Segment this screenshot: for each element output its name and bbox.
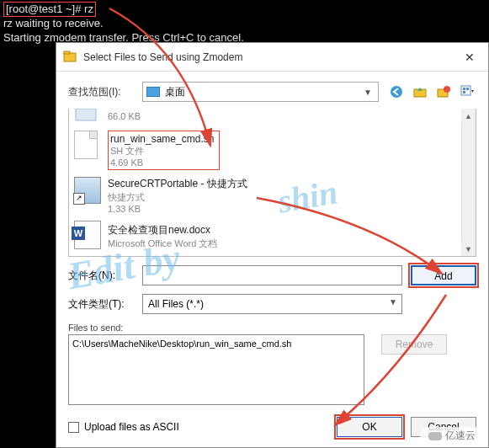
back-button[interactable] (387, 83, 406, 101)
filetype-label: 文件类型(T): (68, 297, 142, 312)
list-item[interactable]: run_win_same_cmd.sh SH 文件 4.69 KB (69, 127, 476, 173)
list-item[interactable]: SecureCRTPortable - 快捷方式 快捷方式 1.33 KB (69, 173, 476, 217)
lookin-dropdown[interactable]: 桌面 ▼ (142, 82, 379, 102)
new-folder-button[interactable] (434, 83, 453, 101)
file-name: 安全检查项目new.docx (108, 223, 217, 237)
chevron-down-icon: ▼ (386, 297, 400, 311)
svg-point-5 (444, 86, 450, 93)
word-doc-icon (74, 221, 101, 253)
add-button[interactable]: Add (411, 265, 476, 285)
file-name: SecureCRTPortable - 快捷方式 (108, 177, 247, 191)
upload-ascii-label: Upload files as ASCII (84, 421, 179, 433)
file-type: SH 文件 (110, 145, 214, 157)
lookin-label: 查找范围(I): (68, 85, 142, 99)
files-to-send-listbox[interactable]: C:\Users\MacheNike\Desktop\run_win_same_… (68, 334, 364, 405)
scroll-down-button[interactable]: ▼ (461, 242, 476, 256)
svg-point-2 (391, 86, 402, 98)
desktop-icon (146, 87, 160, 97)
file-type: Microsoft Office Word 文档 (108, 237, 217, 250)
remove-button[interactable]: Remove (381, 334, 447, 355)
filetype-dropdown[interactable]: All Files (*.*) ▼ (142, 294, 402, 314)
file-size: 4.69 KB (110, 157, 214, 168)
file-list[interactable]: 66.0 KB run_win_same_cmd.sh SH 文件 4.69 K… (68, 109, 476, 257)
svg-rect-8 (466, 88, 469, 90)
file-icon (74, 109, 101, 124)
source-logo: 亿速云 (420, 427, 484, 445)
file-icon (74, 131, 101, 163)
terminal-prompt: [root@test1 ~]# rz (3, 2, 96, 17)
svg-rect-6 (461, 86, 470, 95)
file-type: 快捷方式 (108, 191, 247, 204)
shortcut-icon (74, 177, 101, 209)
file-name: run_win_same_cmd.sh (110, 133, 214, 145)
svg-rect-7 (463, 88, 465, 90)
svg-rect-10 (76, 109, 96, 120)
filename-label: 文件名(N): (68, 269, 142, 283)
close-button[interactable]: ✕ (458, 48, 481, 67)
scrollbar[interactable] (461, 109, 476, 256)
chevron-down-icon: ▼ (361, 88, 375, 97)
ok-button[interactable]: OK (337, 417, 402, 437)
list-item[interactable]: 安全检查项目new.docx Microsoft Office Word 文档 (69, 217, 476, 256)
dialog-title: Select Files to Send using Zmodem (83, 51, 458, 63)
files-to-send-label: Files to send: (68, 323, 476, 333)
terminal-line: rz waiting to receive. (3, 17, 104, 29)
up-folder-button[interactable] (411, 83, 429, 101)
filename-input[interactable] (142, 265, 402, 285)
send-file-path[interactable]: C:\Users\MacheNike\Desktop\run_win_same_… (72, 339, 360, 349)
filetype-value: All Files (*.*) (148, 298, 204, 310)
scroll-up-button[interactable]: ▲ (461, 109, 476, 123)
file-size: 66.0 KB (108, 111, 141, 121)
titlebar: Select Files to Send using Zmodem ✕ (56, 43, 488, 72)
file-size: 1.33 KB (108, 204, 247, 214)
svg-rect-1 (64, 51, 70, 54)
upload-ascii-checkbox[interactable] (68, 422, 79, 433)
app-icon (63, 51, 77, 64)
list-item[interactable]: 66.0 KB (69, 109, 476, 127)
zmodem-send-dialog: Select Files to Send using Zmodem ✕ 查找范围… (56, 42, 489, 448)
svg-rect-9 (463, 91, 465, 93)
lookin-value: 桌面 (165, 85, 361, 99)
view-menu-button[interactable] (458, 83, 476, 101)
